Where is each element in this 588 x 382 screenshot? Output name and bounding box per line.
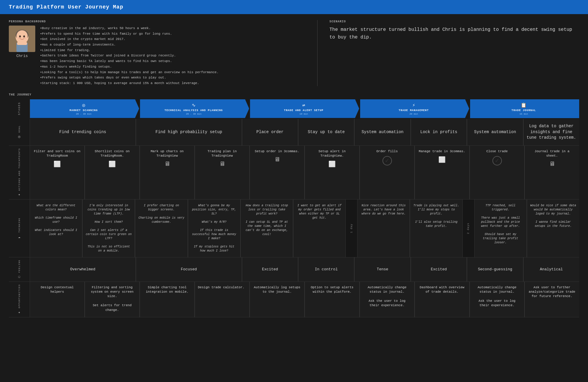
cell-text: Find high probability setup xyxy=(156,129,222,135)
cell-text: Place order xyxy=(256,129,283,135)
cell-text: Shortlist coins on TradingRoom. xyxy=(88,149,136,158)
svg-point-3 xyxy=(16,30,28,42)
time-separator-text: 1 day xyxy=(350,224,353,233)
actions-icon: ✦ xyxy=(18,192,21,197)
persona-bullet: •Looking for a tool(s) to help him manag… xyxy=(40,70,218,75)
cell-text: Ask user to further analyze/categorize t… xyxy=(528,285,576,299)
stage-icon-1: ∿ xyxy=(165,102,223,108)
cell-text: Setup order in 3commas. xyxy=(255,149,300,154)
cell-text: Excited xyxy=(262,267,278,272)
cell-text: Automatically log setups to the journal. xyxy=(253,285,301,294)
cell: Mark up charts on TradingView🖥 xyxy=(140,146,195,200)
persona-bullets: •Busy creative in the ad industry, works… xyxy=(40,26,218,86)
persona-bullet: •Has 1-2 hours weekly finding setups. xyxy=(40,64,218,70)
stage-icon-0: ◎ xyxy=(70,102,98,108)
cell-device-icon: ⬜ xyxy=(438,156,446,163)
svg-point-9 xyxy=(24,38,26,39)
cell-text: Option to setup alerts within the platfo… xyxy=(308,285,356,294)
cell-text: In control xyxy=(315,267,338,272)
stage-title-4: TRADE JOURNAL xyxy=(512,109,536,112)
cell-device-icon: ⬜ xyxy=(328,160,336,168)
cell: Setup alert in TradingView.⬜ xyxy=(305,146,360,200)
cell: Automatically change status in journal. … xyxy=(360,282,415,317)
cell: Order fills✓ xyxy=(360,146,415,200)
persona-bullet: •Gathers trade ideas from Twitter and jo… xyxy=(40,53,218,58)
cell: Trading plan in TradingView🖥 xyxy=(195,146,250,200)
cell-text: Design contextual helpers xyxy=(33,285,81,294)
svg-point-6 xyxy=(20,36,21,37)
cell-text: Second-guessing xyxy=(478,267,512,272)
cell-text: Journal trade in a sheet. xyxy=(528,149,576,158)
scenario-label: SCENARIO xyxy=(329,20,579,23)
opportunities-row-label: OPPORTUNITIES xyxy=(18,284,21,308)
stage-title-2: TRADE AND ALERT SETUP xyxy=(284,109,323,112)
cell: Second-guessing xyxy=(467,257,523,281)
cell-text: I'm only interested in coins trending up… xyxy=(86,204,132,253)
cell: Log data to gather insights and fine tun… xyxy=(523,119,579,145)
cell: Place order xyxy=(242,119,298,145)
cell-check-icon: ✓ xyxy=(382,156,392,165)
cell: Manage trade in 3commas.⬜ xyxy=(415,146,470,200)
cell-text: I prefer charting on bigger screens. Cha… xyxy=(138,204,184,224)
cell: In control xyxy=(298,257,354,281)
persona-avatar xyxy=(9,26,35,52)
persona-bullet: •Got involved in the crypto market mid 2… xyxy=(40,36,218,42)
cell: Overwhelmed xyxy=(30,257,136,281)
time-separator: 2 days xyxy=(463,200,475,257)
cell: Setup order in 3commas.🖥 xyxy=(250,146,305,200)
cell: Simple charting tool integration on mobi… xyxy=(140,282,195,317)
cell-text: Design trade calculator. xyxy=(198,285,244,290)
cell: Close trade✓ xyxy=(470,146,524,200)
cell: I want to get an alert if my order gets … xyxy=(293,200,346,257)
stage-4: 📋 TRADE JOURNAL 15 min xyxy=(470,99,579,118)
cell-text: Focused xyxy=(181,267,197,272)
cell-text: Automatically change status in journal. … xyxy=(473,285,521,308)
cell-text: Manage trade in 3commas. xyxy=(419,149,465,154)
cell: Design contextual helpers xyxy=(30,282,85,317)
cell-text: Mark up charts on TradingView xyxy=(143,149,191,158)
stage-time-1: 20 - 30 min xyxy=(165,113,223,115)
cell-text: Automatically change status in journal. … xyxy=(363,285,411,308)
goal-row-label: GOAL xyxy=(18,125,21,133)
stage-time-0: 20 - 30 min xyxy=(70,113,98,115)
time-separator: 1 day xyxy=(346,200,358,257)
cell-text: Filter and sort coins on TradingRoom xyxy=(33,149,81,158)
stage-title-3: TRADE MANAGEMENT xyxy=(399,109,429,112)
persona-bullet: •Prefers to spend his free time with his… xyxy=(40,31,218,37)
cell-text: System automation xyxy=(474,129,516,135)
cell-text: Excited xyxy=(431,267,447,272)
persona-bullet: •Limited time for trading. xyxy=(40,48,218,53)
cell-device-icon: 🖥 xyxy=(274,156,280,163)
stage-time-3: 20 min xyxy=(399,113,429,115)
cell: Tense xyxy=(354,257,410,281)
stage-icon-3: ⚡ xyxy=(399,102,429,108)
thinking-row-label: THINKING xyxy=(18,218,21,232)
stages-row-label: STAGES xyxy=(18,102,21,115)
cell: Find high probability setup xyxy=(136,119,242,145)
cell: Excited xyxy=(411,257,467,281)
app-title: Trading Platform User Journey Map xyxy=(9,4,123,10)
stage-0: ◎ MARKET SCANNING 20 - 30 min xyxy=(30,99,139,118)
persona-bullet: •Prefers swing setups which takes days o… xyxy=(40,75,218,81)
persona-bullet: •Has a couple of long-term investments. xyxy=(40,42,218,48)
actions-row-label: ACTIONS AND TOUCHPOINTS xyxy=(18,148,21,191)
cell-check-icon: ✓ xyxy=(492,156,502,165)
opportunities-icon: ✦ xyxy=(18,310,21,315)
cell: I'm only interested in coins trending up… xyxy=(82,200,135,257)
cell: I prefer charting on bigger screens. Cha… xyxy=(135,200,188,257)
cell-text: What's gonna be my position size, entry,… xyxy=(191,204,237,253)
cell-text: Tense xyxy=(377,267,388,272)
persona-bullet: •Busy creative in the ad industry, works… xyxy=(40,26,218,31)
cell: System automation xyxy=(467,119,523,145)
svg-rect-11 xyxy=(17,42,27,45)
svg-point-7 xyxy=(24,36,25,37)
cell-text: Filtering and sorting system on every sc… xyxy=(88,285,136,312)
cell: Automatically change status in journal. … xyxy=(470,282,524,317)
cell: Journal trade in a sheet.🖥 xyxy=(524,146,579,200)
persona-bullet: •Has been learning basic TA lately and w… xyxy=(40,58,218,64)
cell: Would be nice if some data would be auto… xyxy=(527,200,579,257)
cell-text: Order fills xyxy=(376,149,398,154)
cell: Filtering and sorting system on every sc… xyxy=(85,282,140,317)
cell-text: How does a trailing stop loss or trailin… xyxy=(244,204,290,237)
cell: Ask user to further analyze/categorize t… xyxy=(524,282,579,317)
